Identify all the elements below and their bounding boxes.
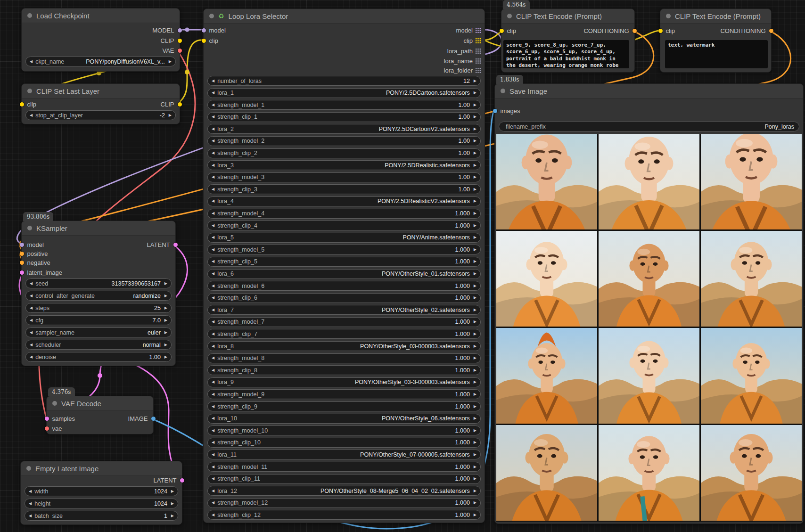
widget-lora_3[interactable]: ◀lora_3PONY/2.5DRealistic.safetensors▶ [207, 160, 481, 170]
increment-arrow-icon[interactable]: ▶ [474, 477, 476, 481]
slot-dot-clip[interactable] [178, 39, 182, 43]
slot-dot-conditioning[interactable] [20, 252, 24, 256]
widget-stop_at_clip_layer[interactable]: ◀stop_at_clip_layer-2▶ [25, 110, 176, 120]
output-slot-conditioning[interactable]: CONDITIONING [583, 26, 634, 35]
widget-height[interactable]: ◀height1024▶ [25, 499, 178, 508]
increment-arrow-icon[interactable]: ▶ [474, 151, 476, 155]
slot-dot-vae[interactable] [178, 49, 182, 53]
input-slot-latent-image[interactable]: latent_image [22, 268, 62, 277]
decrement-arrow-icon[interactable]: ◀ [212, 441, 214, 444]
decrement-arrow-icon[interactable]: ◀ [212, 453, 214, 457]
decrement-arrow-icon[interactable]: ◀ [212, 139, 214, 143]
input-slot-clip[interactable]: clip [501, 26, 516, 35]
decrement-arrow-icon[interactable]: ◀ [212, 91, 214, 95]
slot-dot-model[interactable] [202, 28, 206, 33]
widget-sampler_name[interactable]: ◀sampler_nameeuler▶ [25, 327, 172, 337]
increment-arrow-icon[interactable]: ▶ [474, 188, 476, 191]
slot-dot-image[interactable] [151, 417, 156, 421]
output-slot-conditioning[interactable]: CONDITIONING [720, 26, 771, 35]
output-slot-image[interactable]: IMAGE [128, 414, 153, 423]
decrement-arrow-icon[interactable]: ◀ [212, 272, 214, 276]
widget-strength_clip_12[interactable]: ◀strength_clip_121.000▶ [207, 510, 481, 520]
widget-strength_clip_10[interactable]: ◀strength_clip_101.000▶ [207, 438, 481, 448]
node-load-checkpoint[interactable]: Load Checkpoint MODEL CLIP VAE ◀ckpt_nam… [21, 8, 180, 72]
input-slot-clip[interactable]: clip [660, 26, 675, 35]
output-slot-model[interactable]: MODEL [152, 26, 180, 34]
input-slot-model[interactable]: model [204, 26, 226, 34]
increment-arrow-icon[interactable]: ▶ [474, 175, 476, 179]
decrement-arrow-icon[interactable]: ◀ [212, 477, 214, 481]
preview-image[interactable] [701, 231, 802, 327]
node-title-bar[interactable]: ♻ Loop Lora Selector [204, 9, 485, 24]
widget-strength_model_8[interactable]: ◀strength_model_81.000▶ [207, 353, 481, 363]
increment-arrow-icon[interactable]: ▶ [474, 344, 476, 348]
widget-lora_2[interactable]: ◀lora_2PONY/2.5DCartoonV2.safetensors▶ [207, 124, 481, 134]
output-slot-lora-path[interactable]: lora_path [447, 47, 485, 55]
widget-strength_clip_7[interactable]: ◀strength_clip_71.000▶ [207, 329, 481, 339]
prompt-text-area[interactable]: score_9, score_8_up, score_7_up, score_6… [503, 40, 629, 68]
slot-dot-model[interactable] [178, 28, 182, 33]
decrement-arrow-icon[interactable]: ◀ [212, 489, 214, 493]
widget-strength_clip_6[interactable]: ◀strength_clip_61.000▶ [207, 293, 481, 303]
input-slot-samples[interactable]: samples [47, 414, 75, 423]
increment-arrow-icon[interactable]: ▶ [474, 393, 476, 396]
collapse-dot-icon[interactable] [666, 14, 671, 18]
decrement-arrow-icon[interactable]: ◀ [212, 296, 214, 300]
increment-arrow-icon[interactable]: ▶ [474, 332, 476, 336]
slot-dot-latent[interactable] [173, 243, 178, 247]
decrement-arrow-icon[interactable]: ◀ [212, 248, 214, 252]
decrement-arrow-icon[interactable]: ◀ [212, 465, 214, 469]
slot-dot-clip[interactable] [20, 102, 24, 106]
slot-dot-conditioning[interactable] [20, 261, 24, 265]
increment-arrow-icon[interactable]: ▶ [474, 513, 476, 517]
decrement-arrow-icon[interactable]: ◀ [212, 393, 214, 396]
widget-lora_5[interactable]: ◀lora_5PONY/Anime.safetensors▶ [207, 233, 481, 243]
increment-arrow-icon[interactable]: ▶ [474, 224, 476, 228]
increment-arrow-icon[interactable]: ▶ [474, 248, 476, 252]
widget-lora_4[interactable]: ◀lora_4PONY/2.5DRealisticV2.safetensors▶ [207, 196, 481, 206]
decrement-arrow-icon[interactable]: ◀ [212, 260, 214, 263]
preview-image[interactable] [599, 328, 699, 424]
increment-arrow-icon[interactable]: ▶ [171, 490, 174, 493]
increment-arrow-icon[interactable]: ▶ [169, 60, 172, 64]
slot-dot-conditioning[interactable] [632, 29, 637, 33]
decrement-arrow-icon[interactable]: ◀ [30, 60, 33, 64]
collapse-dot-icon[interactable] [209, 14, 214, 18]
increment-arrow-icon[interactable]: ▶ [169, 114, 172, 117]
decrement-arrow-icon[interactable]: ◀ [30, 294, 33, 298]
decrement-arrow-icon[interactable]: ◀ [212, 417, 214, 420]
output-slot-model-list[interactable]: model [456, 26, 485, 34]
node-ksampler[interactable]: 93.806s KSampler model positive negative… [21, 221, 176, 366]
decrement-arrow-icon[interactable]: ◀ [212, 199, 214, 203]
collapse-dot-icon[interactable] [501, 89, 505, 93]
widget-strength_clip_3[interactable]: ◀strength_clip_31.00▶ [207, 184, 481, 194]
preview-image[interactable] [496, 425, 597, 521]
node-clip-text-encode-positive[interactable]: 4.564s CLIP Text Encode (Prompt) clip CO… [501, 8, 635, 73]
widget-strength_model_11[interactable]: ◀strength_model_111.000▶ [207, 462, 481, 472]
input-slot-images[interactable]: images [495, 106, 520, 115]
decrement-arrow-icon[interactable]: ◀ [212, 513, 214, 517]
decrement-arrow-icon[interactable]: ◀ [212, 175, 214, 179]
slot-dot-clip[interactable] [500, 29, 504, 33]
increment-arrow-icon[interactable]: ▶ [474, 284, 476, 288]
increment-arrow-icon[interactable]: ▶ [171, 514, 174, 518]
output-slot-clip[interactable]: CLIP [161, 36, 180, 45]
decrement-arrow-icon[interactable]: ◀ [212, 405, 214, 409]
node-title-bar[interactable]: VAE Decode [47, 396, 153, 411]
widget-strength_model_7[interactable]: ◀strength_model_71.000▶ [207, 317, 481, 327]
collapse-dot-icon[interactable] [26, 466, 31, 471]
increment-arrow-icon[interactable]: ▶ [474, 405, 476, 409]
widget-lora_10[interactable]: ◀lora_10PONY/OtherStyle_06.safetensors▶ [207, 414, 481, 424]
widget-steps[interactable]: ◀steps25▶ [25, 303, 172, 313]
slot-dot-conditioning[interactable] [769, 29, 773, 33]
widget-strength_model_10[interactable]: ◀strength_model_101.000▶ [207, 426, 481, 435]
node-vae-decode[interactable]: 4.376s VAE Decode samples vae IMAGE [46, 396, 154, 434]
widget-lora_7[interactable]: ◀lora_7PONY/OtherStyle_02.safetensors▶ [207, 305, 481, 315]
output-slot-latent[interactable]: LATENT [147, 240, 175, 249]
preview-image[interactable] [599, 425, 699, 521]
increment-arrow-icon[interactable]: ▶ [164, 282, 167, 286]
decrement-arrow-icon[interactable]: ◀ [212, 332, 214, 336]
decrement-arrow-icon[interactable]: ◀ [30, 319, 33, 322]
widget-strength_model_12[interactable]: ◀strength_model_121.000▶ [207, 498, 481, 508]
decrement-arrow-icon[interactable]: ◀ [212, 103, 214, 107]
